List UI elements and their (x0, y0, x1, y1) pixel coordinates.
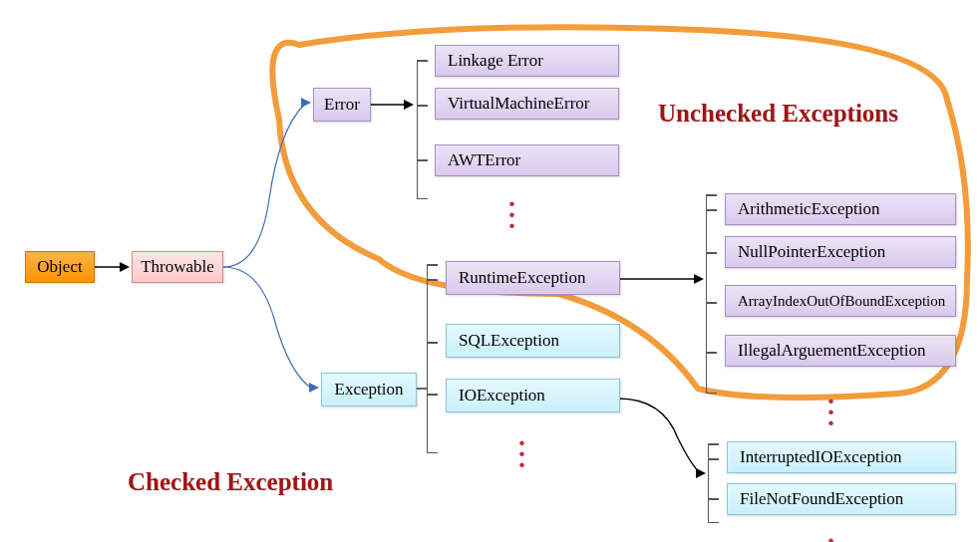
node-runtime-exception: RuntimeException (446, 261, 620, 295)
arrowhead-icon (120, 262, 130, 272)
node-label: Error (324, 95, 360, 115)
node-array-index-exception: ArrayIndexOutOfBoundException (725, 285, 956, 317)
ellipsis-icon: ... (827, 389, 838, 422)
ellipsis-icon: ... (518, 430, 529, 464)
node-label: SQLException (459, 331, 559, 351)
node-label: Object (37, 257, 82, 277)
arrowhead-icon (309, 383, 319, 393)
bracket-error-children (417, 60, 418, 199)
node-label: Throwable (141, 257, 214, 277)
node-label: InterruptedIOException (740, 447, 901, 467)
node-file-not-found-exception: FileNotFoundException (727, 483, 956, 515)
node-null-pointer-exception: NullPointerException (725, 236, 956, 268)
node-interrupted-io-exception: InterruptedIOException (727, 441, 956, 473)
node-illegal-argument-exception: IllegalArguementException (725, 335, 956, 367)
node-throwable: Throwable (132, 251, 223, 283)
label-unchecked-exceptions: Unchecked Exceptions (658, 100, 898, 128)
node-label: NullPointerException (738, 242, 885, 262)
node-label: IOException (459, 386, 545, 406)
node-label: Exception (335, 380, 404, 400)
node-vm-error: VirtualMachineError (435, 88, 619, 120)
node-label: VirtualMachineError (448, 94, 589, 114)
label-checked-exception: Checked Exception (128, 468, 333, 496)
node-label: AWTError (448, 150, 520, 170)
node-linkage-error: Linkage Error (435, 45, 619, 77)
arrowhead-icon (696, 468, 706, 478)
ellipsis-icon: ... (508, 191, 519, 225)
node-label: FileNotFoundException (740, 489, 903, 509)
node-label: RuntimeException (459, 268, 585, 288)
bracket-io-children (708, 443, 709, 523)
node-exception: Exception (321, 373, 417, 406)
label-text: Checked Exception (128, 468, 333, 495)
node-io-exception: IOException (446, 379, 620, 412)
arrowhead-icon (301, 98, 311, 108)
arrowhead-icon (404, 100, 414, 110)
node-object: Object (25, 251, 95, 283)
node-error: Error (313, 88, 371, 122)
node-label: Linkage Error (448, 51, 543, 71)
arrowhead-icon (694, 274, 704, 284)
label-text: Unchecked Exceptions (658, 100, 898, 127)
node-label: ArithmeticException (738, 199, 880, 219)
node-sql-exception: SQLException (446, 324, 620, 358)
node-label: IllegalArguementException (738, 341, 926, 361)
bracket-exception-children (427, 264, 428, 453)
node-awt-error: AWTError (435, 144, 619, 176)
node-label: ArrayIndexOutOfBoundException (738, 293, 945, 310)
bracket-runtime-children (706, 194, 707, 394)
node-arithmetic-exception: ArithmeticException (725, 193, 956, 225)
ellipsis-icon: ... (827, 528, 838, 542)
